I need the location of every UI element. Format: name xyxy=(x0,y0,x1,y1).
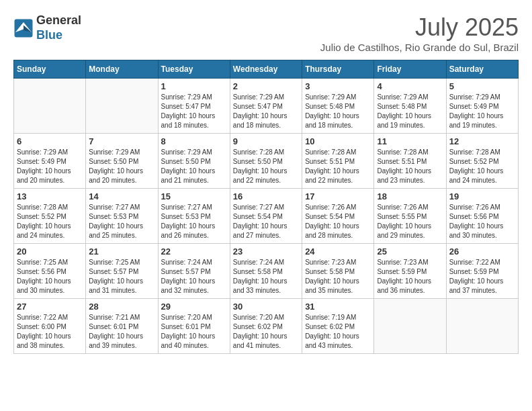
weekday-header: Friday xyxy=(374,60,446,79)
day-info: Sunrise: 7:29 AM Sunset: 5:48 PM Dayligh… xyxy=(305,93,371,130)
weekday-header: Thursday xyxy=(302,60,374,79)
day-info: Sunrise: 7:28 AM Sunset: 5:51 PM Dayligh… xyxy=(305,148,371,185)
page-header: General Blue July 2025 Julio de Castilho… xyxy=(13,13,519,53)
calendar-cell: 29Sunrise: 7:20 AM Sunset: 6:01 PM Dayli… xyxy=(158,299,230,354)
day-info: Sunrise: 7:22 AM Sunset: 6:00 PM Dayligh… xyxy=(17,313,83,351)
day-number: 15 xyxy=(161,191,227,201)
day-info: Sunrise: 7:21 AM Sunset: 6:01 PM Dayligh… xyxy=(89,313,154,351)
calendar-cell: 9Sunrise: 7:28 AM Sunset: 5:50 PM Daylig… xyxy=(230,134,302,189)
day-info: Sunrise: 7:25 AM Sunset: 5:57 PM Dayligh… xyxy=(89,258,154,295)
calendar-cell: 17Sunrise: 7:26 AM Sunset: 5:54 PM Dayli… xyxy=(302,189,374,244)
calendar-cell: 10Sunrise: 7:28 AM Sunset: 5:51 PM Dayli… xyxy=(302,134,374,189)
day-info: Sunrise: 7:29 AM Sunset: 5:50 PM Dayligh… xyxy=(161,148,227,185)
day-info: Sunrise: 7:29 AM Sunset: 5:47 PM Dayligh… xyxy=(161,93,227,130)
calendar-cell: 16Sunrise: 7:27 AM Sunset: 5:54 PM Dayli… xyxy=(230,189,302,244)
day-info: Sunrise: 7:23 AM Sunset: 5:59 PM Dayligh… xyxy=(377,258,443,295)
day-info: Sunrise: 7:28 AM Sunset: 5:52 PM Dayligh… xyxy=(449,148,515,185)
calendar-cell: 18Sunrise: 7:26 AM Sunset: 5:55 PM Dayli… xyxy=(374,189,446,244)
calendar-week-row: 20Sunrise: 7:25 AM Sunset: 5:56 PM Dayli… xyxy=(14,244,519,299)
calendar-cell: 25Sunrise: 7:23 AM Sunset: 5:59 PM Dayli… xyxy=(374,244,446,299)
weekday-header-row: SundayMondayTuesdayWednesdayThursdayFrid… xyxy=(14,60,519,79)
calendar-week-row: 6Sunrise: 7:29 AM Sunset: 5:49 PM Daylig… xyxy=(14,134,519,189)
weekday-header: Wednesday xyxy=(230,60,302,79)
calendar-cell: 15Sunrise: 7:27 AM Sunset: 5:53 PM Dayli… xyxy=(158,189,230,244)
day-number: 12 xyxy=(449,136,515,146)
calendar-cell: 31Sunrise: 7:19 AM Sunset: 6:02 PM Dayli… xyxy=(302,299,374,354)
day-info: Sunrise: 7:23 AM Sunset: 5:58 PM Dayligh… xyxy=(305,258,371,295)
day-info: Sunrise: 7:20 AM Sunset: 6:02 PM Dayligh… xyxy=(233,313,299,351)
weekday-header: Tuesday xyxy=(158,60,230,79)
calendar-week-row: 13Sunrise: 7:28 AM Sunset: 5:52 PM Dayli… xyxy=(14,189,519,244)
day-number: 21 xyxy=(89,246,154,257)
day-number: 31 xyxy=(305,302,371,312)
day-info: Sunrise: 7:29 AM Sunset: 5:49 PM Dayligh… xyxy=(449,93,515,130)
day-number: 29 xyxy=(161,302,227,312)
day-info: Sunrise: 7:26 AM Sunset: 5:55 PM Dayligh… xyxy=(377,203,443,240)
day-number: 23 xyxy=(233,246,299,257)
day-info: Sunrise: 7:25 AM Sunset: 5:56 PM Dayligh… xyxy=(17,258,83,295)
calendar-week-row: 27Sunrise: 7:22 AM Sunset: 6:00 PM Dayli… xyxy=(14,299,519,354)
day-info: Sunrise: 7:26 AM Sunset: 5:54 PM Dayligh… xyxy=(305,203,371,240)
day-info: Sunrise: 7:24 AM Sunset: 5:57 PM Dayligh… xyxy=(161,258,227,295)
day-info: Sunrise: 7:22 AM Sunset: 5:59 PM Dayligh… xyxy=(449,258,515,295)
calendar-cell: 13Sunrise: 7:28 AM Sunset: 5:52 PM Dayli… xyxy=(14,189,86,244)
logo-icon xyxy=(13,18,34,38)
calendar-cell: 12Sunrise: 7:28 AM Sunset: 5:52 PM Dayli… xyxy=(446,134,518,189)
day-info: Sunrise: 7:27 AM Sunset: 5:53 PM Dayligh… xyxy=(161,203,227,240)
day-number: 11 xyxy=(377,136,443,146)
day-number: 19 xyxy=(449,191,515,201)
month-title: July 2025 xyxy=(320,13,519,42)
calendar-cell: 8Sunrise: 7:29 AM Sunset: 5:50 PM Daylig… xyxy=(158,134,230,189)
calendar-cell: 22Sunrise: 7:24 AM Sunset: 5:57 PM Dayli… xyxy=(158,244,230,299)
day-info: Sunrise: 7:29 AM Sunset: 5:47 PM Dayligh… xyxy=(233,93,299,130)
logo-line1: General xyxy=(36,13,81,28)
calendar-cell: 6Sunrise: 7:29 AM Sunset: 5:49 PM Daylig… xyxy=(14,134,86,189)
calendar-cell: 23Sunrise: 7:24 AM Sunset: 5:58 PM Dayli… xyxy=(230,244,302,299)
calendar-cell: 24Sunrise: 7:23 AM Sunset: 5:58 PM Dayli… xyxy=(302,244,374,299)
day-number: 10 xyxy=(305,136,371,146)
day-number: 17 xyxy=(305,191,371,201)
calendar-cell: 11Sunrise: 7:28 AM Sunset: 5:51 PM Dayli… xyxy=(374,134,446,189)
day-info: Sunrise: 7:20 AM Sunset: 6:01 PM Dayligh… xyxy=(161,313,227,351)
day-info: Sunrise: 7:28 AM Sunset: 5:52 PM Dayligh… xyxy=(17,203,83,240)
day-number: 18 xyxy=(377,191,443,201)
day-number: 5 xyxy=(449,81,515,91)
calendar-cell: 20Sunrise: 7:25 AM Sunset: 5:56 PM Dayli… xyxy=(14,244,86,299)
day-number: 20 xyxy=(17,246,83,257)
calendar-cell: 27Sunrise: 7:22 AM Sunset: 6:00 PM Dayli… xyxy=(14,299,86,354)
calendar-cell xyxy=(86,79,158,134)
calendar-cell: 5Sunrise: 7:29 AM Sunset: 5:49 PM Daylig… xyxy=(446,79,518,134)
calendar-week-row: 1Sunrise: 7:29 AM Sunset: 5:47 PM Daylig… xyxy=(14,79,519,134)
day-info: Sunrise: 7:26 AM Sunset: 5:56 PM Dayligh… xyxy=(449,203,515,240)
logo: General Blue xyxy=(13,13,81,42)
day-info: Sunrise: 7:27 AM Sunset: 5:54 PM Dayligh… xyxy=(233,203,299,240)
calendar-cell: 7Sunrise: 7:29 AM Sunset: 5:50 PM Daylig… xyxy=(86,134,158,189)
calendar-cell: 14Sunrise: 7:27 AM Sunset: 5:53 PM Dayli… xyxy=(86,189,158,244)
day-number: 7 xyxy=(89,136,154,146)
calendar-cell: 30Sunrise: 7:20 AM Sunset: 6:02 PM Dayli… xyxy=(230,299,302,354)
day-info: Sunrise: 7:27 AM Sunset: 5:53 PM Dayligh… xyxy=(89,203,154,240)
day-info: Sunrise: 7:19 AM Sunset: 6:02 PM Dayligh… xyxy=(305,313,371,351)
calendar-table: SundayMondayTuesdayWednesdayThursdayFrid… xyxy=(13,60,519,354)
calendar-cell: 19Sunrise: 7:26 AM Sunset: 5:56 PM Dayli… xyxy=(446,189,518,244)
title-block: July 2025 Julio de Castilhos, Rio Grande… xyxy=(320,13,519,53)
calendar-cell xyxy=(14,79,86,134)
calendar-cell: 4Sunrise: 7:29 AM Sunset: 5:48 PM Daylig… xyxy=(374,79,446,134)
day-number: 8 xyxy=(161,136,227,146)
day-number: 14 xyxy=(89,191,154,201)
day-info: Sunrise: 7:29 AM Sunset: 5:50 PM Dayligh… xyxy=(89,148,154,185)
day-info: Sunrise: 7:28 AM Sunset: 5:51 PM Dayligh… xyxy=(377,148,443,185)
day-number: 28 xyxy=(89,302,154,312)
day-number: 27 xyxy=(17,302,83,312)
logo-line2: Blue xyxy=(36,28,81,43)
weekday-header: Monday xyxy=(86,60,158,79)
day-number: 3 xyxy=(305,81,371,91)
calendar-cell: 1Sunrise: 7:29 AM Sunset: 5:47 PM Daylig… xyxy=(158,79,230,134)
day-info: Sunrise: 7:29 AM Sunset: 5:49 PM Dayligh… xyxy=(17,148,83,185)
day-number: 30 xyxy=(233,302,299,312)
weekday-header: Saturday xyxy=(446,60,518,79)
day-number: 25 xyxy=(377,246,443,257)
day-number: 16 xyxy=(233,191,299,201)
day-number: 13 xyxy=(17,191,83,201)
day-number: 4 xyxy=(377,81,443,91)
